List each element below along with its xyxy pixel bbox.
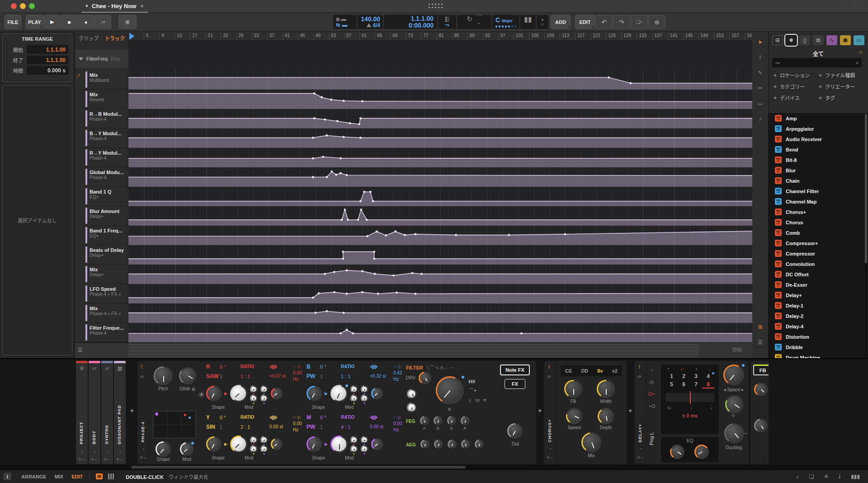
position-value[interactable]: 1.1.1.00 <box>410 15 434 22</box>
filter-env-icon[interactable]: ⌒ ▸ <box>469 387 476 393</box>
browser-device-row[interactable]: Amp <box>769 113 868 123</box>
automation-lane[interactable] <box>128 245 752 265</box>
automation-mode-icon[interactable]: ⤤ <box>77 73 80 79</box>
automation-lane[interactable] <box>128 323 752 342</box>
ruler-tick[interactable]: 45 <box>298 33 305 41</box>
osc-semitone-value[interactable]: +0.32 st <box>370 373 393 379</box>
env-knob[interactable] <box>447 416 456 425</box>
view-button-edit[interactable]: EDIT <box>71 474 83 479</box>
osc-wave-num[interactable]: 1 <box>220 424 241 430</box>
eject-icon[interactable]: ≜ <box>824 474 828 480</box>
mini-knob[interactable] <box>361 385 368 393</box>
automation-layers-icon[interactable]: ☰ <box>756 338 764 346</box>
osc-keytrack-icon[interactable] <box>370 416 393 420</box>
ruler-tick[interactable]: 93 <box>483 33 490 41</box>
ruler-tick[interactable]: 141 <box>668 33 678 41</box>
chorus-mode-CE[interactable]: CE <box>565 368 572 374</box>
osc-id[interactable]: M <box>307 414 320 421</box>
ruler-tick[interactable]: 97 <box>498 33 505 41</box>
browser-device-row[interactable]: Dribble <box>769 342 868 352</box>
lane-header[interactable]: Band 1 QEQ+ <box>84 187 128 206</box>
lane-header[interactable]: R→B Modul...Phase-4 <box>84 109 128 128</box>
phase-mod-knob[interactable] <box>180 442 193 456</box>
ruler-tick[interactable]: 109 <box>544 33 554 41</box>
delay-time-box[interactable]: ◔♪· ♪♩ 12345678 3♪ ♪ ♪ ± 0 ms <box>661 365 719 434</box>
project-tab[interactable]: Chee - Hey Now × <box>81 0 148 13</box>
osc-hz-value[interactable]: 0.00 Hz <box>393 421 405 433</box>
minimize-window-button[interactable] <box>20 3 26 9</box>
chorus-speed-knob[interactable] <box>566 408 582 424</box>
clear-search-icon[interactable]: × <box>856 60 859 66</box>
overview-scroll-handle[interactable] <box>128 344 699 357</box>
delay-device[interactable]: ⏽ ▱ DELAY+ ◔ o→ ○ ◎ O∘ ∘O Ping L ◔♪· ♪♩ … <box>635 361 749 464</box>
osc-phase-value[interactable]: 0 ° <box>320 364 341 370</box>
browser-device-row[interactable]: Arpeggiator <box>769 123 868 134</box>
out-knob[interactable] <box>507 423 523 439</box>
browser-device-row[interactable]: Bit-8 <box>769 155 868 165</box>
ruler-tick[interactable]: 113 <box>560 33 569 41</box>
ruler-tick[interactable]: 89 <box>467 33 475 41</box>
browser-device-row[interactable]: Comb <box>769 227 868 238</box>
osc-wave-num[interactable]: 1 <box>320 424 341 430</box>
preset-folder-icon[interactable]: ▱ <box>140 374 144 379</box>
filter-link-icon[interactable]: ⊞ <box>448 407 451 412</box>
env-knob[interactable] <box>420 416 429 425</box>
ruler-tick[interactable]: 105 <box>529 33 539 41</box>
tab-track[interactable]: トラック <box>105 34 125 42</box>
filter-knob-a[interactable] <box>407 389 417 399</box>
delay-ducking-knob[interactable] <box>724 423 744 443</box>
cue-marker-display[interactable]: ⧈ ▬ ⇆ ▬ <box>333 15 357 29</box>
osc-semitone-value[interactable]: 0.00 st <box>269 424 293 430</box>
osc-mod-knob[interactable] <box>330 436 348 453</box>
zoom-window-button[interactable] <box>29 3 35 9</box>
stop-button[interactable]: ■ <box>61 15 77 29</box>
automation-lane[interactable] <box>128 303 752 323</box>
osc-mini-knob[interactable] <box>350 436 358 444</box>
browser-device-row[interactable]: Audio Receiver <box>769 134 868 144</box>
delay-offset-slider[interactable] <box>665 393 714 402</box>
browser-device-row[interactable]: Compressor <box>769 248 868 259</box>
ruler-tick[interactable]: 49 <box>313 33 321 41</box>
osc-mini-knob[interactable] <box>361 445 368 453</box>
play-button[interactable]: ▶ <box>44 15 61 29</box>
device-panel-scrollbar[interactable] <box>0 465 868 469</box>
track-timing-icon[interactable]: ◔ <box>76 450 88 454</box>
osc-ratio-value[interactable]: 4 : 1 <box>341 424 370 430</box>
osc-keytrack-icon[interactable] <box>269 365 293 369</box>
mini-knob[interactable] <box>350 436 358 444</box>
browser-filter-item[interactable]: ∗クリエーター <box>818 83 863 90</box>
mini-knob[interactable] <box>361 394 368 402</box>
chorus-mix-knob[interactable] <box>581 432 601 452</box>
browser-device-row[interactable]: Chorus <box>769 217 868 227</box>
delay-offset-value[interactable]: ± 0 ms <box>661 413 719 418</box>
favorites-star-icon[interactable]: ☆ <box>858 49 863 56</box>
delay-routing-icons[interactable]: ○ ◎ O∘ ∘O <box>648 367 655 409</box>
osc-keytrack-icon[interactable] <box>269 416 293 420</box>
eraser-tool-icon[interactable]: ▭ <box>756 99 764 108</box>
chorus-device[interactable]: ⏽ ▱ CHORUS+ ◔ o→ CEDD8vx2 FBWidthSpeedDe… <box>544 361 627 464</box>
lane-header[interactable]: B→Y Modul...Phase-4 <box>84 128 128 148</box>
browser-device-row[interactable]: Delay-4 <box>769 321 868 331</box>
env-knob[interactable] <box>434 416 443 425</box>
devices-tab-icon[interactable]: ▯ <box>799 35 810 45</box>
osc-mini-knob[interactable] <box>361 436 368 444</box>
mini-knob[interactable] <box>361 445 368 453</box>
track-timing-icon[interactable]: ◔ <box>114 450 126 454</box>
overdub-button[interactable]: ♪w <box>94 15 111 29</box>
stereo-icon[interactable]: ◎ <box>650 379 654 385</box>
close-window-button[interactable] <box>11 3 17 9</box>
osc-wave-num[interactable]: 1 <box>220 373 241 379</box>
osc-wave[interactable]: PW <box>307 373 320 379</box>
key-display[interactable]: C Major <box>492 15 519 29</box>
ping-mode-label[interactable]: Ping L <box>649 432 654 445</box>
lane-header[interactable]: Blur AmountDelay+ <box>84 206 128 226</box>
lane-header[interactable]: Global Modu...Phase-4 <box>84 167 128 187</box>
browser-filter-item[interactable]: ∗ロケーション <box>773 71 818 79</box>
osc-mini-knob[interactable] <box>260 385 268 393</box>
mini-knob[interactable] <box>260 394 268 402</box>
browser-search-input[interactable]: ⌕▾ × <box>772 58 862 67</box>
ruler-tick[interactable]: 21 <box>205 33 212 41</box>
fx-slot[interactable]: FX <box>505 379 525 389</box>
osc-mini-knob[interactable] <box>260 445 268 453</box>
metronome-icon[interactable] <box>367 23 371 27</box>
